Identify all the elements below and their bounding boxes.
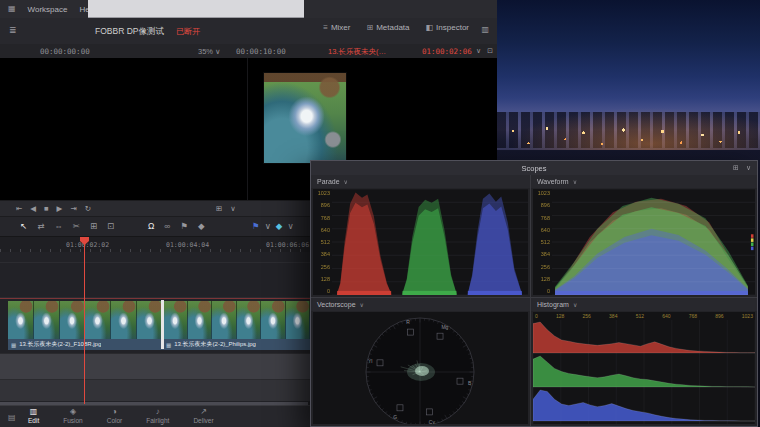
scopes-options-icon[interactable]: ∨ <box>746 164 751 171</box>
svg-text:G: G <box>393 414 397 420</box>
menu-workspace[interactable]: Workspace <box>28 5 68 14</box>
preview-image <box>263 72 347 164</box>
histogram-plot <box>533 320 755 424</box>
flag-icon[interactable]: ⚑ <box>180 222 188 231</box>
tab-fairlight[interactable]: ♪Fairlight <box>146 407 169 425</box>
viewer-expand-icon[interactable]: ⊡ <box>487 47 493 54</box>
level-label: 256 <box>533 264 550 270</box>
last-frame-icon[interactable]: ⇥ <box>70 205 76 213</box>
clip-thumbnail <box>237 301 262 339</box>
app-header: ≣ FOBBR DP像测试 已断开 ≡Mixer⊞Metadata◧Inspec… <box>0 18 497 45</box>
tab-edit[interactable]: ▥Edit <box>28 407 39 425</box>
clip-thumbnail <box>137 301 163 339</box>
level-label: 256 <box>583 313 591 319</box>
waveform-body: 10238967686405123842561280 <box>533 189 755 295</box>
play-reverse-icon[interactable]: ◀ <box>30 205 36 213</box>
scopes-layout-icon[interactable]: ⊞ <box>733 164 739 171</box>
fairlight-page-label: Fairlight <box>146 417 169 425</box>
timeline-clip-name[interactable]: 13.长乐夜未央(2-2)_Philips.jpg <box>328 47 386 57</box>
app-menu-icon[interactable]: ▦ <box>8 5 16 13</box>
scopes-titlebar[interactable]: Scopes ⊞∨ <box>311 161 757 175</box>
razor-tool-icon[interactable]: ✂ <box>73 222 80 231</box>
level-label: 768 <box>533 215 550 221</box>
ruler-label: 01:00:04:04 <box>166 241 209 249</box>
waveform-chevron-icon[interactable]: ∨ <box>573 178 577 185</box>
inspector-button[interactable]: ◧Inspector <box>426 23 469 32</box>
viewer-options-icon[interactable]: ∨ <box>476 47 481 54</box>
histogram-chevron-icon[interactable]: ∨ <box>573 301 577 308</box>
dynamic-trim-tool-icon[interactable]: ⇔ <box>54 222 63 231</box>
svg-text:R: R <box>406 319 410 325</box>
flag-color-icon[interactable]: ⚑ <box>252 222 260 231</box>
marker-color-icon[interactable]: ◆ <box>276 222 283 231</box>
zoom-dropdown[interactable]: 35% ∨ <box>198 47 221 56</box>
linked-selection-icon[interactable]: ∞ <box>164 222 170 231</box>
level-label: 1023 <box>742 313 753 319</box>
clip-name: 13.长乐夜未央(2-2)_Philips.jpg <box>174 340 256 349</box>
parade-header[interactable]: Parade ∨ <box>311 175 530 188</box>
panel-layout-icon[interactable]: ▥ <box>481 25 489 34</box>
level-label: 128 <box>533 276 550 282</box>
snapping-icon[interactable]: Ω <box>148 222 154 231</box>
metadata-button[interactable]: ⊞Metadata <box>366 23 409 32</box>
clip-type-icon: ▦ <box>166 342 171 348</box>
clip-thumbnails <box>8 301 163 339</box>
vectorscope-panel: Vectorscope ∨ RMgBCyGYl <box>311 297 530 426</box>
level-label: 640 <box>533 227 550 233</box>
vectorscope-body: RMgBCyGYl <box>313 312 528 424</box>
workspace-grid-icon[interactable]: ≣ <box>9 25 17 35</box>
first-frame-icon[interactable]: ⇤ <box>16 205 22 213</box>
viewer-mode-icon[interactable]: ∨ <box>230 205 236 213</box>
flag-color-chevron-icon[interactable]: ∨ <box>265 222 271 231</box>
edit-point-marker[interactable] <box>161 300 164 349</box>
mixer-button[interactable]: ≡Mixer <box>323 23 350 32</box>
edit-modifiers: Ω∞⚑◆ <box>148 222 205 231</box>
multicam-view-icon[interactable]: ⊞ <box>216 205 222 213</box>
marker-icon[interactable]: ◆ <box>198 222 205 231</box>
level-label: 0 <box>313 288 330 294</box>
level-label: 640 <box>662 313 670 319</box>
insert-clip-icon[interactable]: ⊞ <box>90 222 97 231</box>
color-page-label: Color <box>107 417 123 425</box>
waveform-header[interactable]: Waveform ∨ <box>531 175 757 188</box>
viewer-divider <box>247 58 248 200</box>
clip-thumbnail <box>111 301 137 339</box>
level-label: 0 <box>533 288 550 294</box>
marker-color-chevron-icon[interactable]: ∨ <box>287 222 293 231</box>
selection-tool-icon[interactable]: ↖ <box>20 222 27 231</box>
level-label: 512 <box>636 313 644 319</box>
timeline-playhead[interactable] <box>84 238 85 404</box>
parade-chevron-icon[interactable]: ∨ <box>344 178 348 185</box>
level-label: 512 <box>533 239 550 245</box>
parade-body: 10238967686405123842561280 <box>313 189 528 295</box>
svg-text:Cy: Cy <box>429 419 436 424</box>
overwrite-clip-icon[interactable]: ⊡ <box>107 222 114 231</box>
level-label: 768 <box>313 215 330 221</box>
level-label: 128 <box>556 313 564 319</box>
histogram-header[interactable]: Histogram ∨ <box>531 298 757 311</box>
stop-icon[interactable]: ■ <box>44 205 49 213</box>
level-label: 0 <box>535 313 538 319</box>
timeline-clip[interactable]: ▦13.长乐夜未央(2-2)_F108R.jpg <box>8 301 163 350</box>
play-icon[interactable]: ▶ <box>57 205 63 213</box>
parade-title: Parade <box>317 178 340 185</box>
inspector-icon: ◧ <box>426 24 434 32</box>
mixer-label: Mixer <box>331 23 351 32</box>
tab-deliver[interactable]: ↗Deliver <box>193 407 213 425</box>
histogram-title: Histogram <box>537 301 569 308</box>
loop-icon[interactable]: ↻ <box>85 205 91 213</box>
clip-duration: 00:00:10:00 <box>236 47 286 56</box>
viewer-mid-icons: ⊞∨ <box>216 205 236 213</box>
flag-marker-buttons: ⚑∨◆∨ <box>252 222 294 231</box>
waveform-title: Waveform <box>537 178 569 185</box>
source-transport: ⇤◀■▶⇥↻ <box>16 205 91 213</box>
tab-color[interactable]: ◑Color <box>107 407 123 425</box>
scopes-titlebar-icons: ⊞∨ <box>733 164 751 171</box>
trim-edit-tool-icon[interactable]: ⇄ <box>37 222 44 231</box>
waveform-plot <box>552 189 755 295</box>
media-pool-toggle-icon[interactable]: ▤ <box>8 413 16 422</box>
tab-fusion[interactable]: ◈Fusion <box>63 407 83 425</box>
vectorscope-chevron-icon[interactable]: ∨ <box>360 301 364 308</box>
vectorscope-header[interactable]: Vectorscope ∨ <box>311 298 530 311</box>
svg-text:Mg: Mg <box>441 324 448 330</box>
